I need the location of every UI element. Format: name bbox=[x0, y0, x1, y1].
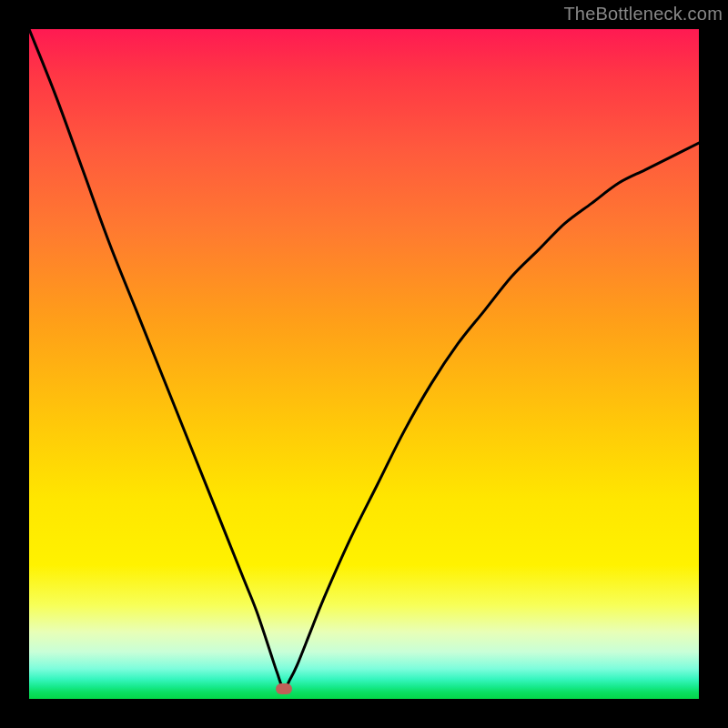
plot-area bbox=[29, 29, 699, 699]
optimal-point-marker bbox=[276, 683, 292, 694]
watermark-text: TheBottleneck.com bbox=[563, 4, 723, 25]
bottleneck-curve bbox=[29, 29, 699, 699]
chart-frame: TheBottleneck.com bbox=[0, 0, 728, 728]
